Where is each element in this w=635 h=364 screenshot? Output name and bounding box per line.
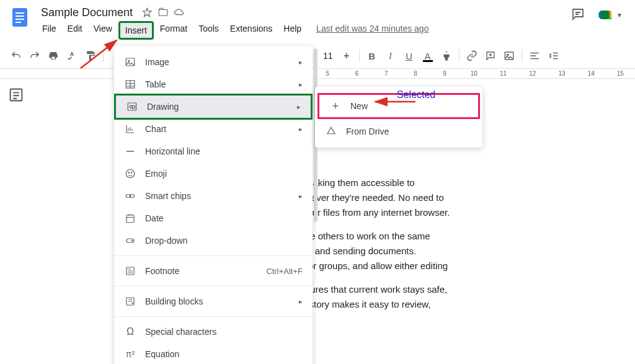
spellcheck-button[interactable] xyxy=(63,47,81,64)
menu-image[interactable]: Image ▸ xyxy=(114,51,313,73)
comments-icon[interactable] xyxy=(571,7,585,24)
svg-rect-20 xyxy=(127,215,134,223)
align-button[interactable] xyxy=(526,47,543,64)
emoji-icon xyxy=(124,167,136,180)
menu-file[interactable]: File xyxy=(37,21,61,40)
svg-point-7 xyxy=(507,54,508,55)
date-icon xyxy=(124,212,136,224)
move-icon[interactable] xyxy=(158,7,169,18)
smart-chips-icon xyxy=(124,190,136,202)
table-icon xyxy=(124,78,136,91)
drawing-icon xyxy=(126,100,138,113)
font-size-increase[interactable]: + xyxy=(338,47,355,64)
bold-button[interactable]: B xyxy=(363,47,381,64)
star-icon[interactable] xyxy=(141,7,153,18)
plus-icon: + xyxy=(329,100,342,112)
chevron-right-icon: ▸ xyxy=(299,58,303,66)
chevron-right-icon: ▸ xyxy=(299,192,303,200)
menu-building-blocks[interactable]: Building blocks ▸ xyxy=(114,290,313,313)
menu-extensions[interactable]: Extensions xyxy=(225,21,277,40)
menu-tools[interactable]: Tools xyxy=(193,21,224,40)
menu-table[interactable]: Table ▸ xyxy=(114,73,313,95)
menu-date[interactable]: Date xyxy=(114,207,313,229)
outline-toggle-icon[interactable] xyxy=(7,86,25,104)
svg-rect-0 xyxy=(12,8,27,27)
svg-point-15 xyxy=(126,169,135,178)
menu-smart-chips[interactable]: Smart chips ▸ xyxy=(114,185,313,207)
docs-logo[interactable] xyxy=(7,5,32,30)
menu-equation[interactable]: π² Equation xyxy=(114,343,313,364)
add-comment-button[interactable] xyxy=(482,47,499,64)
svg-point-10 xyxy=(128,60,130,61)
menu-special-characters[interactable]: Ω Special characters xyxy=(114,321,313,343)
insert-dropdown-menu: Image ▸ Table ▸ Drawing ▸ Chart ▸ Horizo… xyxy=(114,46,313,364)
print-button[interactable] xyxy=(45,47,62,64)
italic-button[interactable]: I xyxy=(382,47,399,64)
chevron-right-icon: ▸ xyxy=(299,125,303,133)
svg-rect-2 xyxy=(16,16,24,17)
svg-rect-3 xyxy=(16,19,24,20)
highlight-button[interactable] xyxy=(438,47,455,64)
menu-dropdown[interactable]: Drop-down xyxy=(114,229,313,252)
cloud-icon[interactable] xyxy=(174,7,185,18)
line-spacing-button[interactable] xyxy=(544,47,562,64)
submenu-from-drive[interactable]: From Drive xyxy=(315,120,482,143)
menu-insert[interactable]: Insert xyxy=(118,21,154,40)
text-color-button[interactable]: A xyxy=(419,47,437,64)
svg-point-16 xyxy=(128,172,130,174)
undo-button[interactable] xyxy=(7,47,25,64)
footnote-icon xyxy=(124,265,136,277)
chevron-right-icon: ▸ xyxy=(299,81,303,89)
menu-footnote[interactable]: Footnote Ctrl+Alt+F xyxy=(114,260,313,282)
menu-edit[interactable]: Edit xyxy=(63,21,87,40)
menu-horizontal-line[interactable]: Horizontal line xyxy=(114,140,313,162)
last-edit-link[interactable]: Last edit was 24 minutes ago xyxy=(311,21,433,40)
underline-button[interactable]: U xyxy=(401,47,418,64)
image-icon xyxy=(124,56,136,68)
menu-drawing[interactable]: Drawing ▸ xyxy=(116,95,311,118)
menu-help[interactable]: Help xyxy=(278,21,306,40)
menu-emoji[interactable]: Emoji xyxy=(114,162,313,185)
omega-icon: Ω xyxy=(124,326,136,338)
insert-link-button[interactable] xyxy=(463,47,481,64)
drive-icon xyxy=(325,125,337,138)
chevron-right-icon: ▸ xyxy=(297,103,301,111)
meet-icon[interactable] xyxy=(595,5,615,25)
svg-rect-4 xyxy=(16,22,21,23)
equation-icon: π² xyxy=(124,348,136,360)
meet-dropdown-icon[interactable]: ▼ xyxy=(616,12,623,19)
annotation-selected-label: Selected xyxy=(397,89,435,100)
insert-image-button[interactable] xyxy=(500,47,518,64)
menu-chart[interactable]: Chart ▸ xyxy=(114,118,313,140)
menu-view[interactable]: View xyxy=(89,21,117,40)
dropdown-icon xyxy=(124,234,136,247)
font-size-value[interactable]: 11 xyxy=(319,51,337,61)
chevron-right-icon: ▸ xyxy=(299,298,303,306)
paint-format-button[interactable] xyxy=(82,47,99,64)
chart-icon xyxy=(124,123,136,135)
svg-point-17 xyxy=(131,172,133,174)
redo-button[interactable] xyxy=(26,47,43,64)
building-blocks-icon xyxy=(124,295,136,308)
horizontal-line-icon xyxy=(124,145,136,158)
svg-rect-1 xyxy=(16,12,24,14)
menu-format[interactable]: Format xyxy=(155,21,192,40)
document-title[interactable]: Sample Document xyxy=(37,5,136,20)
svg-rect-5 xyxy=(159,10,167,16)
